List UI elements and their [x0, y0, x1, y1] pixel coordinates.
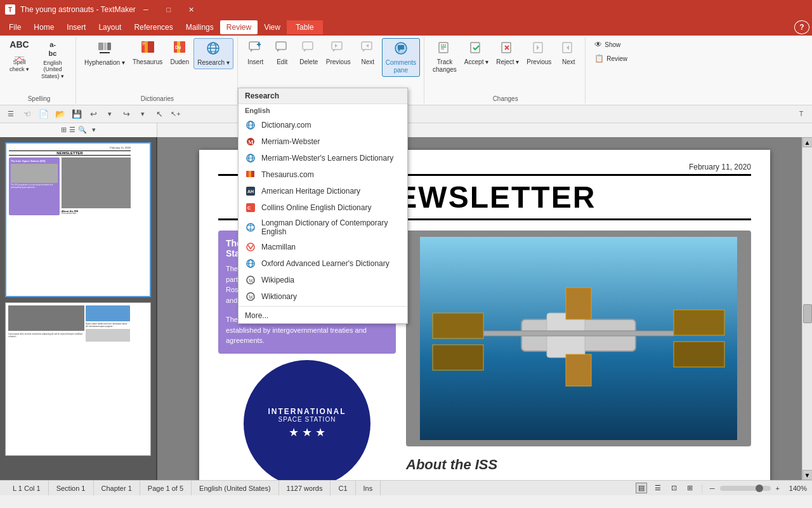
reject-icon [500, 40, 515, 57]
research-icon [206, 41, 221, 58]
view-web[interactable]: ⊡ [669, 483, 679, 493]
zoom-slider[interactable] [720, 486, 771, 491]
svg-rect-34 [398, 45, 404, 50]
hyphenation-button[interactable]: Hyphenation ▾ [81, 38, 128, 69]
menu-home[interactable]: Home [27, 20, 60, 34]
svg-rect-57 [674, 310, 724, 335]
minimize-button[interactable]: ─ [136, 3, 156, 16]
thesaurus-button[interactable]: Thesaurus [129, 38, 166, 68]
duden-button[interactable]: Du Duden [167, 38, 192, 68]
zoom-in[interactable]: + [776, 485, 780, 492]
qa-undo-arrow[interactable]: ▾ [103, 107, 117, 121]
dropdown-item-merriam-learners[interactable]: Merriam-Webster's Learners Dictionary [239, 150, 407, 166]
dropdown-item-dictionary-com[interactable]: Dictionary.com [239, 117, 407, 133]
status-language: English (United States) [192, 481, 279, 495]
menu-insert[interactable]: Insert [60, 20, 92, 34]
view-full[interactable]: ⊞ [684, 483, 695, 493]
insert-comment-button[interactable]: Insert [243, 38, 268, 68]
next-comment-button[interactable]: Next [355, 38, 381, 68]
prev-comment-button[interactable]: Previous [323, 38, 354, 68]
view-outline[interactable]: ☰ [652, 483, 664, 493]
dropdown-item-thesaurus-com[interactable]: Thesaurus.com [239, 166, 407, 183]
close-button[interactable]: ✕ [181, 3, 202, 16]
dropdown-item-wikipedia[interactable]: W Wikipedia [239, 272, 407, 288]
delete-comment-button[interactable]: Delete [296, 38, 322, 68]
scroll-thumb[interactable] [803, 304, 812, 323]
qa-open[interactable]: 📂 [53, 107, 67, 121]
qa-redo-arrow[interactable]: ▾ [136, 107, 150, 121]
menu-review[interactable]: Review [220, 20, 258, 34]
track-changes-icon [437, 40, 452, 57]
title-text: The young astronauts - TextMaker [20, 5, 136, 14]
dropdown-item-longman[interactable]: Longman Dictionary of Contemporary Engli… [239, 216, 407, 239]
dropdown-item-merriam[interactable]: M Merriam-Webster [239, 133, 407, 150]
svg-text:W: W [249, 278, 254, 284]
zoom-out[interactable]: ─ [710, 485, 715, 492]
spell-check-button[interactable]: ABC___ Spellcheck ▾ [6, 38, 32, 75]
status-chapter: Chapter 1 [94, 481, 140, 495]
english-button[interactable]: a-bc English (UnitedStates) ▾ [34, 38, 72, 82]
status-words: 1127 words [279, 481, 331, 495]
menu-mailings[interactable]: Mailings [180, 20, 220, 34]
track-changes-button[interactable]: Trackchanges [429, 38, 460, 76]
research-button[interactable]: Research ▾ [193, 38, 233, 69]
page-thumb-1[interactable]: February 11, 2020 NEWSLETTER The Inter S… [5, 142, 151, 297]
qa-icon1: ☰ [4, 107, 18, 121]
qa-cursor[interactable]: ↖ [152, 107, 166, 121]
dropdown-item-oxford[interactable]: Oxford Advanced Learner's Dictionary [239, 255, 407, 272]
qa-redo[interactable]: ↪ [119, 107, 133, 121]
view-normal[interactable]: ▤ [636, 483, 647, 493]
wiktionary-label: Wiktionary [261, 292, 297, 301]
iss-image [406, 231, 751, 446]
show-icon: 👁 [594, 40, 602, 49]
qa-hand[interactable]: ☜ [20, 107, 34, 121]
scroll-down[interactable]: ▼ [802, 470, 813, 480]
svg-rect-6 [148, 41, 154, 53]
reject-button[interactable]: Reject ▾ [493, 38, 522, 68]
collins-icon: C [245, 202, 256, 213]
comments-pane-icon [393, 41, 409, 58]
insert-comment-icon [248, 40, 263, 57]
show-button[interactable]: 👁 Show [591, 38, 631, 51]
ribbon-group-dictionaries: Hyphenation ▾ Thesaurus [77, 37, 238, 104]
menu-layout[interactable]: Layout [92, 20, 128, 34]
svg-rect-55 [566, 288, 591, 319]
dropdown-item-wiktionary[interactable]: W Wiktionary [239, 288, 407, 305]
menu-table[interactable]: Table [287, 20, 323, 34]
qa-cursor2[interactable]: ↖+ [169, 107, 183, 121]
qa-undo[interactable]: ↩ [86, 107, 100, 121]
qa-new[interactable]: 📄 [37, 107, 51, 121]
about-iss-section: About the ISS [406, 457, 751, 473]
page-thumb-2[interactable]: Lorem ipsum dolor sit amet consectetur a… [5, 302, 151, 456]
next-change-icon [561, 40, 576, 57]
merriam-icon: M [245, 136, 256, 147]
page-selector: ⊞ ☰ 🔍 ▾ [0, 123, 157, 137]
accept-button[interactable]: Accept ▾ [461, 38, 492, 68]
window-controls: ─ □ ✕ [136, 3, 202, 16]
menu-file[interactable]: File [3, 20, 27, 34]
dropdown-item-collins[interactable]: C Collins Online English Dictionary [239, 199, 407, 216]
macmillan-label: Macmillan [261, 243, 296, 251]
maximize-button[interactable]: □ [159, 3, 179, 16]
qa-save[interactable]: 💾 [70, 107, 84, 121]
dropdown-more[interactable]: More... [239, 308, 407, 323]
comments-pane-button[interactable]: Commentspane [382, 38, 420, 77]
scroll-up[interactable]: ▲ [802, 137, 813, 147]
edit-comment-button[interactable]: Edit [270, 38, 295, 68]
dropdown-item-macmillan[interactable]: Macmillan [239, 239, 407, 255]
menu-references[interactable]: References [128, 20, 179, 34]
badge-text: INTERNATIONAL SPACE STATION ★ ★ ★ [268, 407, 346, 439]
page-selector-dropdown[interactable]: ▾ [92, 126, 96, 134]
svg-rect-2 [107, 43, 111, 50]
dropdown-item-american-heritage[interactable]: AH American Heritage Dictionary [239, 183, 407, 199]
ribbon-group-spelling: ABC___ Spellcheck ▾ a-bc English (United… [3, 37, 76, 104]
page-thumbnails[interactable]: February 11, 2020 NEWSLETTER The Inter S… [0, 137, 156, 480]
menu-view[interactable]: View [258, 20, 287, 34]
wikipedia-label: Wikipedia [261, 276, 294, 284]
scrollbar-right[interactable]: ▲ ▼ [802, 137, 812, 480]
next-change-button[interactable]: Next [556, 38, 581, 68]
svg-text:Du: Du [175, 45, 181, 50]
prev-change-button[interactable]: Previous [523, 38, 554, 68]
review-btn[interactable]: 📋 Review [591, 52, 631, 65]
help-button[interactable]: ? [794, 20, 809, 34]
